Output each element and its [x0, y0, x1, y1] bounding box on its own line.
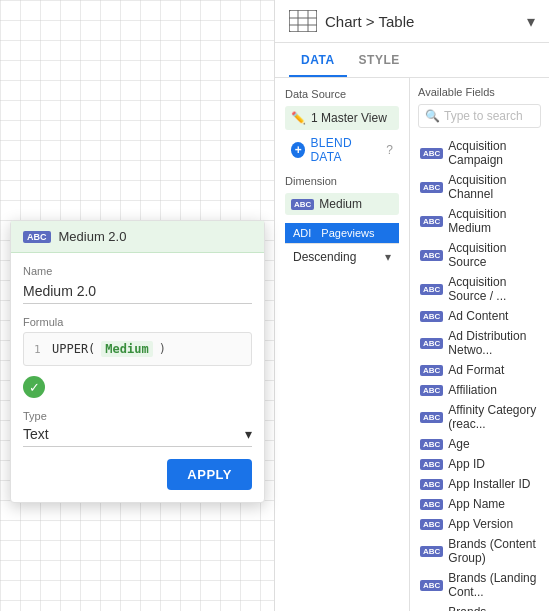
field-item[interactable]: ABCApp Name: [418, 494, 541, 514]
name-label: Name: [23, 265, 252, 277]
field-item[interactable]: ABCAcquisition Source: [418, 238, 541, 272]
field-name-input[interactable]: [23, 281, 252, 304]
field-name: App Name: [448, 497, 505, 511]
type-dropdown-arrow[interactable]: ▾: [245, 426, 252, 442]
field-name: Affinity Category (reac...: [448, 403, 539, 431]
sort-row[interactable]: Descending ▾: [285, 243, 399, 270]
field-rbc-tag: ABC: [420, 338, 443, 349]
blend-help-icon[interactable]: ?: [386, 143, 393, 157]
type-label: Type: [23, 410, 252, 422]
field-item[interactable]: ABCAge: [418, 434, 541, 454]
field-item[interactable]: ABCAd Distribution Netwo...: [418, 326, 541, 360]
field-item[interactable]: ABCAd Format: [418, 360, 541, 380]
field-editor-header: ABC Medium 2.0: [11, 221, 264, 253]
formula-fn: UPPER(: [52, 342, 95, 356]
field-name: Brands (Content Group): [448, 537, 539, 565]
fields-search[interactable]: 🔍 Type to search: [418, 104, 541, 128]
field-rbc-tag: ABC: [420, 284, 443, 295]
field-item[interactable]: ABCApp Installer ID: [418, 474, 541, 494]
apply-button[interactable]: APPLY: [167, 459, 252, 490]
blend-data-row[interactable]: + BLEND DATA ?: [285, 133, 399, 167]
formula-label: Formula: [23, 316, 252, 328]
field-rbc-tag: ABC: [420, 365, 443, 376]
field-name: App ID: [448, 457, 485, 471]
dimension-item[interactable]: ABC Medium: [285, 193, 399, 215]
formula-paren: ): [159, 342, 166, 356]
field-item[interactable]: ABCAffinity Category (reac...: [418, 400, 541, 434]
field-item[interactable]: ABCBrands (Landing Cont...: [418, 568, 541, 602]
svg-rect-0: [289, 10, 317, 32]
blend-text: BLEND DATA: [310, 136, 379, 164]
field-rbc-tag: ABC: [420, 216, 443, 227]
field-name: App Version: [448, 517, 513, 531]
blend-plus-icon: +: [291, 142, 305, 158]
metrics-row: ADI Pageviews: [285, 223, 399, 243]
field-name: Ad Distribution Netwo...: [448, 329, 539, 357]
field-item[interactable]: ABCBrands (Content Group): [418, 534, 541, 568]
field-item[interactable]: ABCBrands (Previous Con...: [418, 602, 541, 611]
field-name: Brands (Previous Con...: [448, 605, 539, 611]
valid-checkmark: ✓: [23, 376, 45, 398]
chart-header: Chart > Table ▾: [275, 0, 549, 43]
formula-keyword: Medium: [101, 341, 152, 357]
chart-table-icon: [289, 10, 317, 32]
dimension-name: Medium: [319, 197, 362, 211]
field-editor-title: Medium 2.0: [59, 229, 127, 244]
field-name: App Installer ID: [448, 477, 530, 491]
search-icon: 🔍: [425, 109, 440, 123]
field-rbc-tag: ABC: [420, 311, 443, 322]
field-item[interactable]: ABCApp Version: [418, 514, 541, 534]
data-source-item[interactable]: ✏️ 1 Master View: [285, 106, 399, 130]
field-item[interactable]: ABCApp ID: [418, 454, 541, 474]
formula-section: Formula 1 UPPER(Medium): [23, 316, 252, 366]
field-name: Ad Format: [448, 363, 504, 377]
field-name: Acquisition Campaign: [448, 139, 539, 167]
type-value: Text: [23, 426, 49, 442]
fields-column: Available Fields 🔍 Type to search ABCAcq…: [410, 78, 549, 611]
field-rbc-tag: ABC: [420, 439, 443, 450]
checkmark-row: ✓: [23, 376, 252, 398]
field-rbc-tag: ABC: [420, 182, 443, 193]
field-name: Acquisition Source / ...: [448, 275, 539, 303]
header-chevron[interactable]: ▾: [527, 12, 535, 31]
metric-adi: ADI: [293, 227, 311, 239]
sort-chevron[interactable]: ▾: [385, 250, 391, 264]
formula-box[interactable]: 1 UPPER(Medium): [23, 332, 252, 366]
field-item[interactable]: ABCAcquisition Source / ...: [418, 272, 541, 306]
field-editor-body: Name Formula 1 UPPER(Medium) ✓ Type Text…: [11, 253, 264, 502]
tabs-row: DATA STYLE: [275, 43, 549, 78]
tab-style[interactable]: STYLE: [347, 43, 412, 77]
field-item[interactable]: ABCAffiliation: [418, 380, 541, 400]
sort-value: Descending: [293, 250, 380, 264]
field-item[interactable]: ABCAd Content: [418, 306, 541, 326]
tab-data[interactable]: DATA: [289, 43, 347, 77]
field-item[interactable]: ABCAcquisition Campaign: [418, 136, 541, 170]
dimension-section: Dimension ABC Medium: [285, 175, 399, 215]
right-body: Data Source ✏️ 1 Master View + BLEND DAT…: [275, 78, 549, 611]
search-placeholder: Type to search: [444, 109, 523, 123]
field-rbc-tag: ABC: [420, 250, 443, 261]
canvas-panel: ABC Medium 2.0 Name Formula 1 UPPER(Medi…: [0, 0, 275, 611]
field-rbc-tag: ABC: [420, 412, 443, 423]
field-rbc-tag: ABC: [420, 459, 443, 470]
available-fields-header: Available Fields: [418, 86, 541, 98]
apply-row: APPLY: [23, 459, 252, 490]
dimension-rbc-tag: ABC: [291, 199, 314, 210]
field-name: Affiliation: [448, 383, 496, 397]
dimension-label: Dimension: [285, 175, 399, 187]
metric-pageviews: Pageviews: [321, 227, 374, 239]
data-column: Data Source ✏️ 1 Master View + BLEND DAT…: [275, 78, 410, 611]
fields-list: ABCAcquisition CampaignABCAcquisition Ch…: [418, 136, 541, 611]
field-rbc-tag: ABC: [420, 519, 443, 530]
field-rbc-tag: ABC: [420, 479, 443, 490]
field-item[interactable]: ABCAcquisition Channel: [418, 170, 541, 204]
field-item[interactable]: ABCAcquisition Medium: [418, 204, 541, 238]
field-rbc-tag: ABC: [420, 148, 443, 159]
field-rbc-tag: ABC: [420, 580, 443, 591]
pencil-icon: ✏️: [291, 111, 306, 125]
type-row[interactable]: Text ▾: [23, 426, 252, 447]
data-source-label: Data Source: [285, 88, 399, 100]
field-name: Ad Content: [448, 309, 508, 323]
field-rbc-tag: ABC: [420, 499, 443, 510]
field-name: Acquisition Source: [448, 241, 539, 269]
